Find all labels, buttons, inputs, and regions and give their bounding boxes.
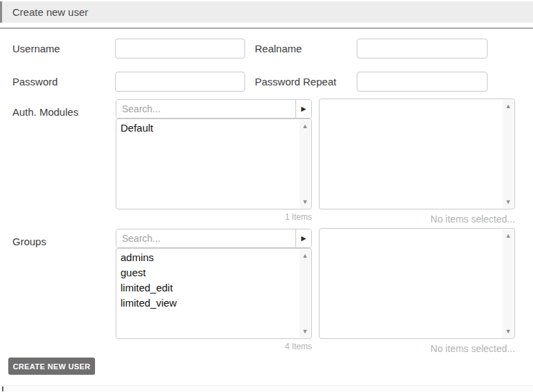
password-field[interactable] [115, 72, 245, 92]
groups-search-input[interactable] [116, 229, 295, 247]
password-repeat-field[interactable] [357, 72, 488, 92]
list-item[interactable]: limited_view [116, 296, 300, 311]
page-title: Create new user [2, 6, 88, 18]
auth-modules-selected-list[interactable]: ▲ ▼ [319, 99, 515, 209]
auth-modules-search: ► [116, 99, 312, 118]
scroll-up-icon[interactable]: ▲ [503, 101, 514, 111]
auth-modules-selected-scrollbar[interactable]: ▲ ▼ [503, 100, 514, 208]
auth-modules-available-list[interactable]: Default ▲ ▼ [116, 118, 312, 209]
panel-header: Create new user [0, 1, 533, 23]
scroll-down-icon[interactable]: ▼ [300, 327, 311, 336]
groups-scrollbar[interactable]: ▲ ▼ [300, 249, 311, 338]
password-repeat-label: Password Repeat [255, 76, 336, 87]
groups-items: adminsguestlimited_editlimited_view [116, 249, 300, 338]
add-arrow-icon: ► [300, 234, 308, 243]
groups-selected-scrollbar[interactable]: ▲ ▼ [503, 229, 514, 338]
bottom-strip [0, 385, 533, 392]
list-item[interactable]: limited_edit [116, 280, 300, 296]
scroll-up-icon[interactable]: ▲ [503, 231, 514, 240]
list-item[interactable]: guest [116, 265, 300, 280]
realname-label: Realname [255, 43, 302, 54]
auth-modules-search-input[interactable] [116, 100, 295, 118]
auth-modules-empty-note: No items selected... [319, 214, 515, 225]
header-divider [0, 28, 533, 29]
auth-modules-selected-items [320, 99, 503, 209]
auth-modules-items: Default [116, 119, 300, 209]
auth-modules-scrollbar[interactable]: ▲ ▼ [300, 120, 311, 208]
groups-selected-list[interactable]: ▲ ▼ [319, 228, 515, 339]
username-field[interactable] [115, 39, 245, 59]
create-new-user-button[interactable]: CREATE NEW USER [8, 358, 95, 375]
add-arrow-icon: ► [300, 105, 308, 113]
groups-empty-note: No items selected... [319, 343, 515, 354]
auth-modules-label: Auth. Modules [12, 106, 79, 118]
groups-available-list[interactable]: adminsguestlimited_editlimited_view ▲ ▼ [116, 248, 312, 339]
password-label: Password [12, 76, 58, 87]
auth-modules-add-button[interactable]: ► [295, 100, 311, 118]
groups-label: Groups [12, 236, 46, 247]
scroll-up-icon[interactable]: ▲ [300, 251, 311, 260]
groups-selected-items [320, 229, 503, 338]
create-new-user-panel: Create new user Username Realname Passwo… [0, 0, 533, 392]
scroll-up-icon[interactable]: ▲ [300, 121, 311, 131]
scroll-down-icon[interactable]: ▼ [503, 327, 514, 336]
username-label: Username [12, 43, 60, 54]
scroll-down-icon[interactable]: ▼ [300, 197, 311, 207]
corner-mark [2, 386, 3, 391]
realname-field[interactable] [357, 39, 488, 59]
list-item[interactable]: Default [116, 121, 300, 136]
groups-count: 4 Items [116, 342, 312, 351]
list-item[interactable]: admins [116, 250, 300, 265]
scroll-down-icon[interactable]: ▼ [503, 197, 514, 207]
groups-add-button[interactable]: ► [295, 229, 311, 247]
auth-modules-count: 1 Items [116, 212, 312, 222]
groups-search: ► [116, 229, 312, 248]
